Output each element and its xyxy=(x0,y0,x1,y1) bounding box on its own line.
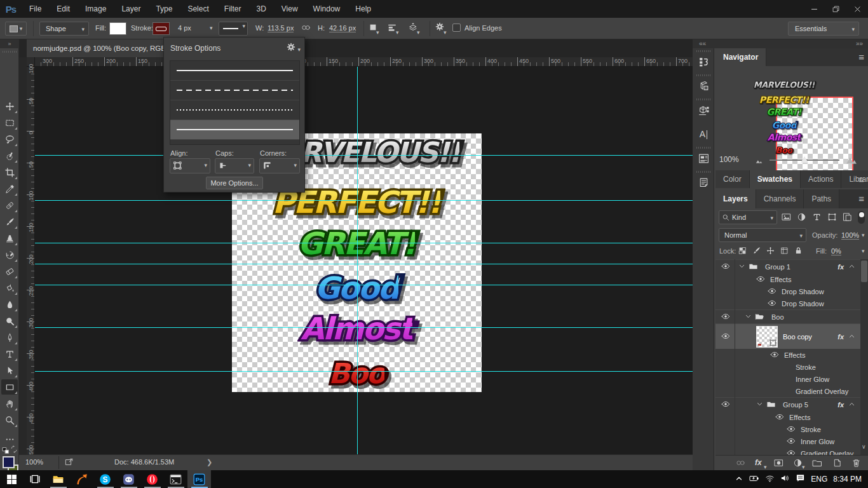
collapse-dock-right-icon[interactable]: »» xyxy=(856,40,863,47)
fx-badge[interactable]: fx xyxy=(837,263,844,271)
collapse-effects-icon[interactable] xyxy=(848,332,855,341)
spot-healing-brush-tool[interactable] xyxy=(1,198,18,213)
layer-label[interactable]: Inner Glow xyxy=(796,376,829,383)
zoom-in-icon[interactable] xyxy=(846,154,857,168)
battery-icon[interactable] xyxy=(749,473,759,485)
align-edges-checkbox[interactable] xyxy=(452,24,461,32)
layer-row-effects[interactable]: Effects xyxy=(715,349,860,361)
chevron-down-icon[interactable]: ▾ xyxy=(862,232,865,238)
layer-label[interactable]: Effects xyxy=(770,276,791,283)
layer-label[interactable]: Gradient Overlay xyxy=(801,450,853,456)
pen-tool[interactable] xyxy=(1,330,18,345)
document-tab[interactable]: normjudge.psd @ 100% (Boo copy, RGB xyxy=(27,39,180,57)
zoom-tool[interactable] xyxy=(1,412,18,428)
menu-edit[interactable]: Edit xyxy=(49,0,78,18)
hand-tool[interactable] xyxy=(1,396,18,411)
lock-transparency-icon[interactable] xyxy=(738,247,747,257)
shape-height-value[interactable]: 42.16 px xyxy=(329,24,356,32)
layer-label[interactable]: Drop Shadow xyxy=(782,300,824,308)
rectangle-tool[interactable] xyxy=(1,379,18,395)
layer-row-gradient-overlay[interactable]: Gradient Overlay xyxy=(715,447,860,455)
menu-select[interactable]: Select xyxy=(180,0,216,18)
character-panel-icon[interactable]: A xyxy=(693,126,714,142)
layer-row-effects[interactable]: Effects xyxy=(715,411,860,423)
collapse-effects-icon[interactable] xyxy=(848,400,855,409)
vertical-guide[interactable] xyxy=(357,67,358,454)
filter-toggle[interactable] xyxy=(858,211,865,224)
default-colors-icon[interactable] xyxy=(2,447,10,456)
opacity-value[interactable]: 100% xyxy=(841,231,859,240)
eraser-tool[interactable] xyxy=(1,264,18,279)
expander-icon[interactable] xyxy=(756,400,763,409)
volume-icon[interactable] xyxy=(780,473,790,485)
eye-icon[interactable] xyxy=(721,262,730,272)
stroke-style-dotted[interactable] xyxy=(170,100,299,120)
lock-all-icon[interactable] xyxy=(794,247,803,257)
clone-stamp-tool[interactable] xyxy=(1,231,18,246)
wifi-icon[interactable] xyxy=(765,473,775,485)
move-tool[interactable] xyxy=(1,98,18,114)
zoom-out-icon[interactable] xyxy=(755,157,764,168)
horizontal-ruler[interactable]: 3002502001501005005010015020025030035040… xyxy=(27,57,693,67)
layer-label[interactable]: Drop Shadow xyxy=(782,288,824,295)
tab-swatches[interactable]: Swatches xyxy=(750,170,801,188)
layer-row-boo-copy[interactable]: Boo copyfx xyxy=(715,323,860,349)
eye-icon[interactable] xyxy=(787,424,796,435)
tool-mode-select[interactable]: Shape ▾ xyxy=(39,22,89,36)
eye-icon[interactable] xyxy=(768,287,776,297)
start-taskbar-button[interactable] xyxy=(0,470,23,488)
panel-menu-icon[interactable]: ≡ xyxy=(858,174,864,185)
chevron-down-icon[interactable]: ▾ xyxy=(210,25,213,31)
stroke-corners-select[interactable]: ▾ xyxy=(259,158,300,173)
discord-taskbar-button[interactable] xyxy=(117,470,140,488)
layer-row-stroke[interactable]: Stroke xyxy=(715,361,860,373)
chevron-down-icon[interactable]: ▾ xyxy=(862,248,865,254)
lasso-tool[interactable] xyxy=(1,132,18,147)
minimize-button[interactable] xyxy=(803,0,825,18)
close-button[interactable] xyxy=(846,0,868,18)
menu-filter[interactable]: Filter xyxy=(217,0,249,18)
rectangular-marquee-tool[interactable] xyxy=(1,115,18,130)
horizontal-guide[interactable] xyxy=(35,243,693,243)
eye-icon[interactable] xyxy=(768,299,776,309)
fill-opacity-value[interactable]: 0% xyxy=(831,247,841,255)
workspace-select[interactable]: Essentials ▾ xyxy=(788,22,859,36)
lock-pixels-icon[interactable] xyxy=(752,247,761,257)
eye-icon[interactable] xyxy=(787,437,796,447)
fx-badge[interactable]: fx xyxy=(837,401,844,409)
layer-label[interactable]: Group 1 xyxy=(765,263,790,271)
layer-row-inner-glow[interactable]: Inner Glow xyxy=(715,373,860,385)
tab-channels[interactable]: Channels xyxy=(756,189,804,208)
horizontal-guide[interactable] xyxy=(35,327,693,328)
eye-icon[interactable] xyxy=(721,312,730,322)
menu-window[interactable]: Window xyxy=(306,0,348,18)
layer-label[interactable]: Boo xyxy=(771,313,784,321)
skype-taskbar-button[interactable]: S xyxy=(93,470,117,488)
language-indicator[interactable]: ENG xyxy=(811,475,827,484)
layer-label[interactable]: Effects xyxy=(789,414,810,421)
notes-panel-icon[interactable] xyxy=(693,174,714,191)
eye-icon[interactable] xyxy=(721,332,730,342)
type-tool[interactable] xyxy=(1,346,18,362)
eyedropper-tool[interactable] xyxy=(1,181,18,196)
filter-pixel-layers-icon[interactable] xyxy=(782,212,791,224)
filter-adjustment-layers-icon[interactable] xyxy=(797,212,806,224)
layer-label[interactable]: Inner Glow xyxy=(801,438,834,445)
pasteboard[interactable]: MARVELOUS!!PERFECT!!GREAT!GoodAlmostBoo xyxy=(35,67,693,454)
fill-swatch[interactable] xyxy=(109,22,126,35)
collapse-dock-left-icon[interactable]: «« xyxy=(699,40,706,47)
file-explorer-taskbar-button[interactable] xyxy=(46,470,70,488)
status-chevron-icon[interactable]: ❯ xyxy=(207,458,212,466)
expander-icon[interactable] xyxy=(738,262,745,271)
new-layer-icon[interactable] xyxy=(832,458,842,470)
stroke-type-select[interactable]: ▾ xyxy=(219,22,248,36)
collapse-tools-button[interactable]: » xyxy=(0,39,19,48)
swap-colors-icon[interactable] xyxy=(10,445,18,455)
filter-smart-objects-icon[interactable] xyxy=(843,212,852,224)
eye-icon[interactable] xyxy=(756,274,765,285)
doc-size-info[interactable]: Doc: 468.6K/1.53M xyxy=(114,458,174,466)
foreground-color-swatch[interactable] xyxy=(3,456,15,468)
menu-file[interactable]: File xyxy=(22,0,49,18)
path-selection-tool[interactable] xyxy=(1,363,18,378)
clone-source-panel-icon[interactable] xyxy=(693,78,714,94)
